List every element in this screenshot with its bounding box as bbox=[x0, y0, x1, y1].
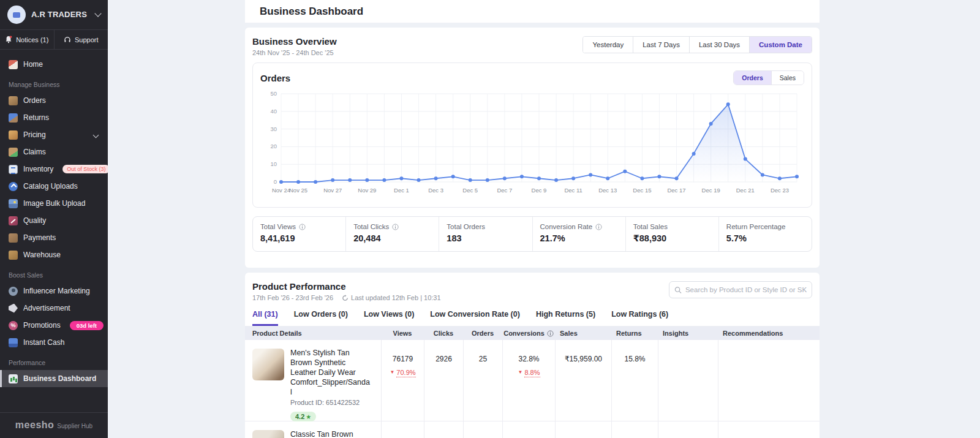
orders-line-chart: 01020304050Nov 24Nov 25Nov 27Nov 29Dec 1… bbox=[260, 85, 804, 203]
store-avatar bbox=[7, 6, 26, 24]
sidebar-item-warehouse[interactable]: Warehouse bbox=[0, 246, 108, 263]
table-row[interactable]: Classic Tan Brown Men's bbox=[245, 421, 820, 438]
tab-all[interactable]: All (31) bbox=[252, 310, 278, 326]
svg-text:40: 40 bbox=[270, 108, 277, 115]
tab-low-views[interactable]: Low Views (0) bbox=[364, 310, 414, 326]
svg-text:20: 20 bbox=[270, 143, 277, 149]
views-cell bbox=[381, 421, 424, 438]
overview-stats-row: Total Views 8,41,619 Total Clicks 20,484… bbox=[252, 216, 812, 252]
product-name[interactable]: Classic Tan Brown Men's bbox=[290, 430, 371, 438]
views-cell: 76179 ▼70.9% bbox=[381, 340, 424, 421]
stat-return-percentage: Return Percentage 5.7% bbox=[718, 217, 812, 251]
tab-high-returns[interactable]: High Returns (5) bbox=[536, 310, 595, 326]
section-label-performance: Performance bbox=[9, 359, 108, 366]
returns-icon bbox=[9, 113, 18, 123]
sidebar-item-quality[interactable]: Quality bbox=[0, 212, 108, 229]
info-icon[interactable] bbox=[299, 224, 306, 230]
insights-cell bbox=[658, 421, 718, 438]
svg-text:0: 0 bbox=[274, 178, 277, 185]
range-custom-date-button[interactable]: Custom Date bbox=[749, 37, 812, 53]
product-name[interactable]: Men's Stylish Tan Brown Synthetic Leathe… bbox=[290, 349, 371, 397]
sidebar-item-business-dashboard[interactable]: Business Dashboard bbox=[0, 370, 108, 387]
claims-icon bbox=[9, 148, 18, 157]
support-label: Support bbox=[75, 36, 99, 43]
conversions-cell: 32.8% ▼8.8% bbox=[502, 340, 555, 421]
business-overview-panel: Business Overview 24th Nov '25 - 24th De… bbox=[245, 28, 820, 268]
section-label-boost-sales: Boost Sales bbox=[9, 271, 108, 279]
store-name: A.R TRADERS bbox=[31, 10, 90, 20]
search-input[interactable] bbox=[685, 286, 807, 293]
range-last-7-days-button[interactable]: Last 7 Days bbox=[633, 37, 689, 53]
sidebar-item-instant-cash[interactable]: Instant Cash bbox=[0, 334, 108, 351]
svg-text:Dec 9: Dec 9 bbox=[532, 187, 547, 194]
orders-chart-card: Orders Orders Sales 01020304050Nov 24Nov… bbox=[252, 62, 812, 208]
sidebar-item-inventory[interactable]: Inventory Out of Stock (3) bbox=[0, 160, 108, 178]
sidebar-item-orders[interactable]: Orders bbox=[0, 92, 108, 109]
stat-total-views: Total Views 8,41,619 bbox=[253, 217, 345, 251]
tab-low-conversion-rate[interactable]: Low Conversion Rate (0) bbox=[430, 310, 520, 326]
sidebar-item-pricing[interactable]: Pricing bbox=[0, 126, 108, 143]
sidebar: A.R TRADERS Notices (1) Support Home Man… bbox=[0, 0, 108, 438]
svg-text:Nov 24: Nov 24 bbox=[272, 187, 290, 194]
support-button[interactable]: Support bbox=[54, 30, 108, 49]
warehouse-icon bbox=[9, 251, 18, 260]
sales-cell bbox=[555, 421, 611, 438]
svg-text:Dec 15: Dec 15 bbox=[633, 187, 651, 194]
product-thumbnail bbox=[252, 349, 284, 380]
notices-button[interactable]: Notices (1) bbox=[0, 30, 54, 49]
svg-text:Dec 1: Dec 1 bbox=[394, 187, 409, 194]
sidebar-item-catalog-uploads[interactable]: Catalog Uploads bbox=[0, 178, 108, 195]
profile-menu[interactable]: A.R TRADERS bbox=[0, 0, 108, 29]
influencer-marketing-icon bbox=[9, 287, 18, 296]
table-row[interactable]: Men's Stylish Tan Brown Synthetic Leathe… bbox=[245, 340, 820, 421]
promotions-days-left-badge: 03d left bbox=[70, 321, 104, 330]
chevron-down-icon bbox=[93, 132, 99, 138]
tab-low-ratings[interactable]: Low Ratings (6) bbox=[611, 310, 668, 326]
sidebar-item-image-bulk-upload[interactable]: Image Bulk Upload bbox=[0, 195, 108, 212]
product-performance-panel: Product Performance 17th Feb '26 - 23rd … bbox=[245, 273, 820, 438]
last-updated-text: Last updated 12th Feb | 10:31 bbox=[351, 294, 441, 301]
rating-badge: 4.2★ bbox=[290, 412, 316, 421]
sidebar-item-returns[interactable]: Returns bbox=[0, 109, 108, 126]
range-last-30-days-button[interactable]: Last 30 Days bbox=[689, 37, 749, 53]
sidebar-item-promotions[interactable]: Promotions 03d left bbox=[0, 317, 108, 334]
svg-text:Dec 19: Dec 19 bbox=[702, 187, 720, 194]
sidebar-item-claims[interactable]: Claims bbox=[0, 143, 108, 160]
svg-text:Nov 25: Nov 25 bbox=[289, 187, 307, 194]
clicks-cell: 2926 bbox=[424, 340, 463, 421]
svg-text:Dec 13: Dec 13 bbox=[598, 187, 617, 194]
quality-icon bbox=[9, 216, 18, 225]
info-icon[interactable] bbox=[595, 224, 602, 230]
stat-conversion-rate: Conversion Rate 21.7% bbox=[532, 217, 625, 251]
svg-text:Dec 23: Dec 23 bbox=[771, 187, 789, 194]
info-icon[interactable] bbox=[547, 330, 554, 337]
sidebar-item-advertisement[interactable]: Advertisement bbox=[0, 300, 108, 317]
payments-icon bbox=[9, 233, 18, 243]
svg-text:50: 50 bbox=[270, 90, 277, 97]
svg-text:Dec 3: Dec 3 bbox=[428, 187, 443, 194]
home-icon bbox=[9, 60, 18, 69]
advertisement-icon bbox=[9, 304, 18, 313]
catalog-uploads-icon bbox=[9, 182, 18, 191]
svg-text:Dec 17: Dec 17 bbox=[667, 187, 685, 194]
sidebar-item-influencer-marketing[interactable]: Influencer Marketing bbox=[0, 282, 108, 300]
conversions-delta[interactable]: ▼8.8% bbox=[503, 369, 555, 377]
range-yesterday-button[interactable]: Yesterday bbox=[583, 37, 633, 53]
stat-total-sales: Total Sales ₹88,930 bbox=[625, 217, 718, 251]
product-performance-title: Product Performance bbox=[252, 281, 441, 292]
tab-low-orders[interactable]: Low Orders (0) bbox=[294, 310, 348, 326]
sidebar-nav: Home Manage Business Orders Returns Pric… bbox=[0, 50, 108, 412]
sidebar-item-home[interactable]: Home bbox=[0, 56, 108, 73]
down-triangle-icon: ▼ bbox=[518, 369, 523, 377]
info-icon[interactable] bbox=[392, 224, 399, 230]
views-delta[interactable]: ▼70.9% bbox=[382, 369, 424, 377]
image-bulk-upload-icon bbox=[9, 199, 18, 208]
toggle-orders-button[interactable]: Orders bbox=[734, 71, 771, 85]
toggle-sales-button[interactable]: Sales bbox=[771, 71, 804, 85]
orders-icon bbox=[9, 96, 18, 105]
svg-text:Dec 5: Dec 5 bbox=[462, 187, 478, 194]
sidebar-item-payments[interactable]: Payments bbox=[0, 229, 108, 246]
chevron-down-icon bbox=[94, 10, 101, 17]
business-dashboard-icon bbox=[9, 374, 18, 383]
business-overview-date-range: 24th Nov '25 - 24th Dec '25 bbox=[252, 49, 337, 56]
